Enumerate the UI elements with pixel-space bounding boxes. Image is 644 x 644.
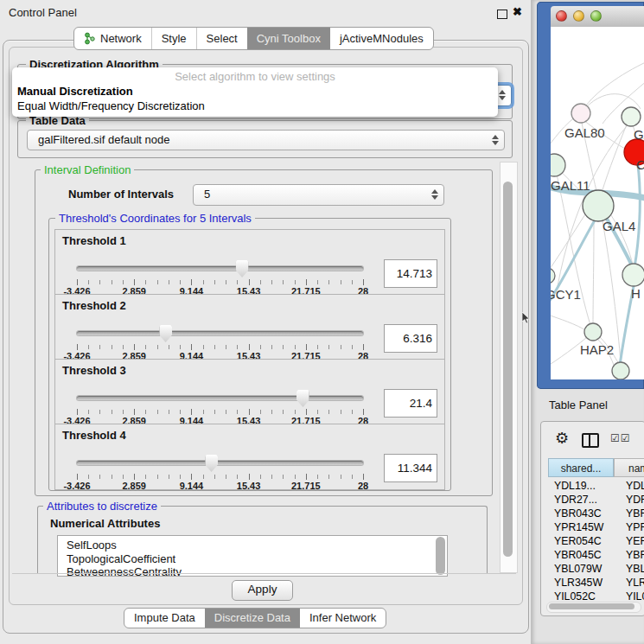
checkbox-icons[interactable]: ☑☑ — [610, 432, 631, 444]
threshold-row: Threshold 4 -3.426 2.859 9.144 15.43 21.… — [54, 424, 445, 490]
combobox-value: 5 — [204, 185, 210, 203]
columns-icon[interactable] — [582, 433, 599, 448]
threshold-label: Threshold 1 — [62, 234, 126, 247]
slider-track[interactable] — [77, 331, 363, 335]
slider-track[interactable] — [77, 461, 363, 465]
main-scrollbar[interactable] — [500, 162, 518, 573]
threshold-slider[interactable]: -3.426 2.859 9.144 15.43 21.715 28 — [77, 391, 363, 425]
tab-impute-data[interactable]: Impute Data — [124, 609, 205, 628]
scrollbar-thumb[interactable] — [549, 603, 634, 609]
popup-item-manual-discretization[interactable]: Manual Discretization — [17, 85, 133, 98]
tab-label: jActiveMNodules — [340, 29, 424, 48]
zoom-traffic-light-icon[interactable] — [590, 10, 602, 22]
slider-minor-ticks — [77, 475, 363, 479]
list-item[interactable]: SelfLoops — [58, 536, 447, 552]
close-icon[interactable]: ✖ — [513, 5, 522, 18]
table-row[interactable]: YDL19...YDL19... — [548, 479, 644, 493]
table-row[interactable]: YER054CYER054C — [548, 534, 644, 548]
threshold-row: Threshold 3 -3.426 2.859 9.144 15.43 21.… — [54, 359, 445, 425]
threshold-slider[interactable]: -3.426 2.859 9.144 15.43 21.715 28 — [77, 326, 363, 360]
threshold-label: Threshold 2 — [62, 299, 126, 312]
attributes-group: Attributes to discretize Numerical Attri… — [37, 506, 488, 574]
slider-thumb[interactable] — [205, 455, 218, 472]
slider-track[interactable] — [77, 396, 363, 400]
threshold-value-field[interactable]: 11.344 — [384, 454, 437, 482]
table-row[interactable]: YLR345WYLR345W — [548, 576, 644, 590]
interval-definition-group: Interval Definition Number of Intervals … — [35, 169, 493, 496]
tick-label: 21.715 — [291, 481, 321, 491]
numerical-attributes-label: Numerical Attributes — [50, 517, 160, 530]
threshold-value-field[interactable]: 14.713 — [384, 259, 437, 288]
slider-thumb[interactable] — [159, 325, 172, 342]
node-label-gcy1: GCY1 — [551, 287, 581, 302]
tick-label: 9.144 — [180, 481, 204, 491]
node-label-gal11: GAL11 — [551, 178, 590, 193]
node-label-gal4: GAL4 — [603, 219, 635, 233]
table-data-group: Table Data galFiltered.sif default node — [17, 120, 513, 158]
scrollbar-thumb[interactable] — [503, 182, 513, 557]
network-canvas[interactable]: GAL80 GA C GAL11 GAL4 GCY1 H HAP2 — [551, 27, 644, 379]
tab-infer-network[interactable]: Infer Network — [300, 609, 386, 628]
network-view-window[interactable]: GAL80 GA C GAL11 GAL4 GCY1 H HAP2 — [537, 2, 644, 389]
table-row[interactable]: YBR043CYBR043C — [548, 507, 644, 520]
tick-label: -3.426 — [63, 481, 90, 491]
table-row[interactable]: YIL052CYIL052C — [548, 590, 644, 600]
table-row[interactable]: YBL079WYBL079W — [548, 562, 644, 576]
table-data-combobox[interactable]: galFiltered.sif default node — [27, 130, 505, 150]
group-title: Threshold's Coordinates for 5 Intervals — [55, 212, 255, 225]
mouse-cursor — [522, 312, 531, 328]
popup-prompt-item[interactable]: Select algorithm to view settings — [12, 70, 498, 83]
tab-label: Network — [100, 29, 142, 48]
apply-button[interactable]: Apply — [232, 580, 293, 601]
tab-cyni-toolbox[interactable]: Cyni Toolbox — [247, 28, 330, 49]
list-item[interactable]: BetweennessCentrality — [58, 565, 447, 577]
column-header-name[interactable]: name — [614, 458, 644, 477]
table-row[interactable]: YDR27...YDR27... — [548, 493, 644, 507]
scrollbar-thumb[interactable] — [436, 537, 445, 575]
number-of-intervals-combobox[interactable]: 5 — [193, 184, 444, 206]
combobox-value: galFiltered.sif default node — [38, 131, 169, 149]
slider-thumb[interactable] — [296, 390, 309, 407]
stepper-icon — [491, 134, 498, 146]
number-of-intervals-label: Number of Intervals — [68, 188, 174, 201]
panel-title: Control Panel — [9, 6, 77, 19]
close-traffic-light-icon[interactable] — [556, 10, 567, 22]
slider-thumb[interactable] — [236, 260, 249, 277]
threshold-row: Threshold 2 -3.426 2.859 9.144 15.43 21.… — [54, 294, 445, 360]
tab-jactivemnodules[interactable]: jActiveMNodules — [330, 28, 433, 49]
horizontal-scrollbar[interactable] — [546, 602, 641, 613]
group-title: Attributes to discretize — [43, 500, 161, 513]
right-region: GAL80 GA C GAL11 GAL4 GCY1 H HAP2 Table … — [531, 0, 644, 644]
slider-minor-ticks — [77, 345, 363, 349]
slider-track[interactable] — [77, 266, 363, 271]
threshold-label: Threshold 4 — [62, 429, 126, 442]
threshold-label: Threshold 3 — [62, 364, 126, 377]
stepper-icon — [498, 89, 505, 101]
tick-label: 28 — [358, 481, 368, 491]
tab-select[interactable]: Select — [196, 28, 247, 49]
divider — [12, 573, 516, 574]
list-item[interactable]: TopologicalCoefficient — [58, 552, 447, 566]
threshold-value-field[interactable]: 21.4 — [384, 389, 437, 418]
numerical-attributes-list[interactable]: SelfLoops TopologicalCoefficient Between… — [57, 535, 448, 577]
tab-label: Discretize Data — [214, 609, 290, 627]
tab-style[interactable]: Style — [151, 28, 196, 49]
threshold-value-field[interactable]: 6.316 — [384, 324, 437, 353]
threshold-slider[interactable]: -3.426 2.859 9.144 15.43 21.715 28 — [77, 261, 363, 296]
gear-icon[interactable]: ⚙ — [555, 429, 569, 448]
table-row[interactable]: YBR045CYBR045C — [548, 548, 644, 562]
network-window-titlebar[interactable] — [551, 6, 644, 28]
stepper-icon — [430, 188, 437, 201]
tab-label: Cyni Toolbox — [257, 29, 321, 48]
popup-item-equal-width-frequency[interactable]: Equal Width/Frequency Discretization — [17, 99, 205, 112]
float-window-icon[interactable] — [497, 10, 507, 19]
threshold-slider[interactable]: -3.426 2.859 9.144 15.43 21.715 28 — [77, 456, 363, 490]
tab-network[interactable]: Network — [74, 28, 151, 49]
table-row[interactable]: YPR145WYPR145W — [548, 520, 644, 534]
slider-minor-ticks — [77, 280, 363, 284]
tab-discretize-data[interactable]: Discretize Data — [205, 609, 300, 628]
minimize-traffic-light-icon[interactable] — [573, 10, 584, 22]
table-panel: ⚙ ☑☑ shared... name YDL19...YDL19... YDR… — [540, 421, 644, 616]
column-header-shared-name[interactable]: shared... — [548, 458, 614, 477]
tick-label: 15.43 — [237, 481, 261, 491]
